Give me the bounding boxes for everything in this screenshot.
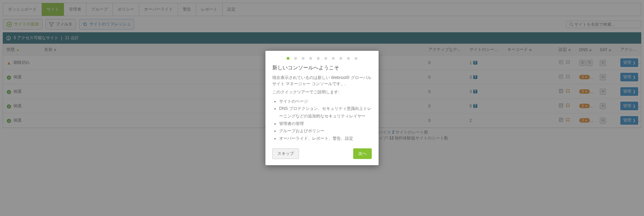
step-dot[interactable] [317,57,320,60]
modal-list: サイトのページDNS プロテクション、セキュリティ意識向上トレーニングなどの追加… [272,98,372,143]
modal-text-1: 現在表示されているのは新しい Webroot® グローバル サイト マネージャー… [272,75,372,87]
modal-text-2: このクイックツアーでご説明します: [272,89,372,95]
step-dot[interactable] [339,57,342,60]
step-dots [272,57,372,60]
modal-title: 新しいコンソールへようこそ [272,65,372,71]
step-dot[interactable] [302,57,305,60]
welcome-modal: 新しいコンソールへようこそ 現在表示されているのは新しい Webroot® グロ… [265,51,379,143]
step-dot[interactable] [287,57,289,60]
modal-list-item: DNS プロテクション、セキュリティ意識向上トレーニングなどの追加的なセキュリテ… [279,105,372,120]
step-dot[interactable] [309,57,312,60]
modal-list-item: 管理者の管理 [279,120,372,128]
step-dot[interactable] [347,57,350,60]
modal-list-item: オーバーライド、レポート、警告、設定 [279,135,372,143]
modal-list-item: サイトのページ [279,98,372,105]
modal-overlay: 新しいコンソールへようこそ 現在表示されているのは新しい Webroot® グロ… [0,0,644,143]
step-dot[interactable] [355,57,357,60]
step-dot[interactable] [332,57,335,60]
step-dot[interactable] [324,57,327,60]
step-dot[interactable] [294,57,297,60]
modal-list-item: グループおよびポリシー [279,127,372,135]
